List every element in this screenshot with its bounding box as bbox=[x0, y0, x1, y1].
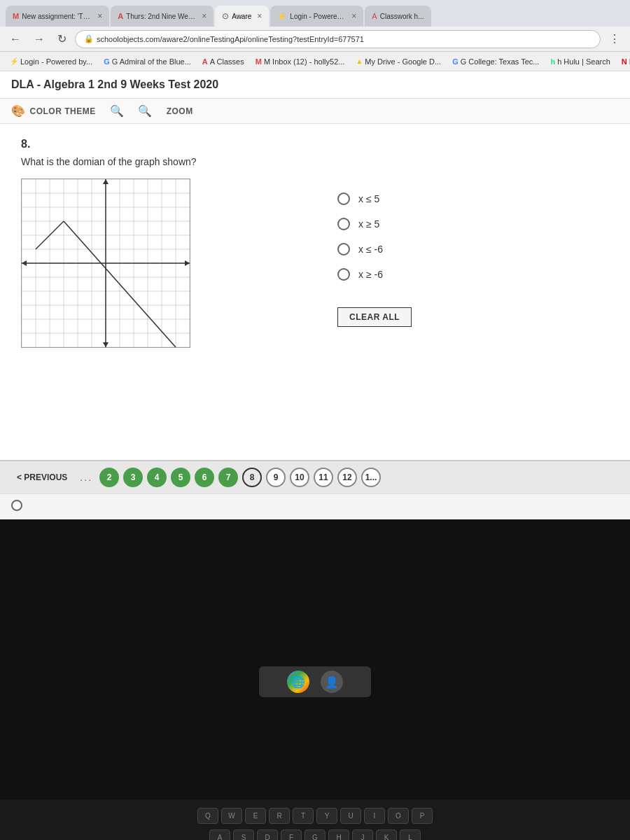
page-btn-next[interactable]: 1... bbox=[361, 468, 381, 487]
choice-a[interactable]: x ≤ 5 bbox=[337, 192, 412, 205]
choice-b[interactable]: x ≥ 5 bbox=[337, 218, 412, 230]
dark-area: 🌐 👤 Q W E R T Y U I O P A S D F G H J K … bbox=[0, 519, 630, 840]
chrome-icon[interactable]: 🌐 bbox=[287, 671, 309, 693]
question-text: What is the domian of the graph shown? bbox=[21, 156, 609, 167]
answer-choices: x ≤ 5 x ≥ 5 x ≤ -6 x ≥ -6 CLEAR ALL bbox=[337, 186, 412, 327]
tab-gmail[interactable]: M New assignment: 'Thurs: 2nd Ni... × bbox=[6, 6, 109, 27]
key-a[interactable]: A bbox=[209, 830, 230, 840]
color-theme-icon: 🎨 bbox=[11, 104, 26, 118]
radio-d[interactable] bbox=[337, 268, 350, 281]
key-g[interactable]: G bbox=[304, 830, 326, 840]
page-btn-9[interactable]: 9 bbox=[266, 468, 286, 487]
radio-a[interactable] bbox=[337, 192, 350, 205]
key-j[interactable]: J bbox=[352, 830, 373, 840]
bookmark-netflix[interactable]: N N Netflix bbox=[617, 56, 630, 67]
user-icon[interactable]: 👤 bbox=[321, 671, 343, 693]
key-r[interactable]: R bbox=[269, 808, 290, 824]
key-o[interactable]: O bbox=[388, 808, 409, 824]
tab-assignment[interactable]: A Thurs: 2nd Nine Weeks Assessm... × bbox=[111, 6, 214, 27]
key-t[interactable]: T bbox=[293, 808, 314, 824]
tab-close-2[interactable]: × bbox=[202, 11, 206, 21]
page-7-label: 7 bbox=[226, 472, 231, 482]
key-y[interactable]: Y bbox=[316, 808, 337, 824]
page-content: DLA - Algebra 1 2nd 9 Weeks Test 2020 🎨 … bbox=[0, 71, 630, 519]
choice-a-label: x ≤ 5 bbox=[358, 193, 379, 204]
toolbar: 🎨 COLOR THEME 🔍 🔍 ZOOM bbox=[0, 99, 630, 124]
page-btn-6[interactable]: 6 bbox=[195, 468, 214, 487]
bottom-radio[interactable] bbox=[11, 500, 22, 511]
choice-c-label: x ≤ -6 bbox=[358, 244, 383, 255]
tab-aware[interactable]: ⊙ Aware × bbox=[215, 6, 269, 27]
zoom-button[interactable]: ZOOM bbox=[167, 106, 193, 116]
zoom-search-1[interactable]: 🔍 bbox=[110, 104, 125, 118]
keyboard-area: Q W E R T Y U I O P A S D F G H J K L Z … bbox=[0, 799, 630, 840]
tab-close-1[interactable]: × bbox=[97, 11, 102, 21]
key-f[interactable]: F bbox=[281, 830, 302, 840]
page-btn-8[interactable]: 8 bbox=[242, 468, 262, 487]
keyboard-row-2: A S D F G H J K L bbox=[0, 827, 630, 840]
page-btn-3[interactable]: 3 bbox=[123, 468, 143, 487]
bookmark-college[interactable]: G G College: Texas Tec... bbox=[448, 56, 543, 67]
bottom-nav: < PREVIOUS ... 2 3 4 5 6 7 8 9 10 1 bbox=[0, 460, 630, 493]
tab-skyward[interactable]: ⚡ Login - Powered by Skyward × bbox=[270, 6, 363, 27]
bookmark-admiral[interactable]: G G Admiral of the Blue... bbox=[99, 56, 195, 67]
page-btn-12[interactable]: 12 bbox=[337, 468, 357, 487]
page-btn-11[interactable]: 11 bbox=[314, 468, 333, 487]
choice-c[interactable]: x ≤ -6 bbox=[337, 243, 412, 255]
radio-b[interactable] bbox=[337, 218, 350, 230]
question-area: 8. What is the domian of the graph shown… bbox=[0, 124, 630, 460]
color-theme-label: COLOR THEME bbox=[30, 106, 96, 116]
page-4-label: 4 bbox=[155, 472, 160, 482]
key-l[interactable]: L bbox=[400, 830, 421, 840]
key-d[interactable]: D bbox=[257, 830, 278, 840]
page-btn-10[interactable]: 10 bbox=[290, 468, 309, 487]
key-i[interactable]: I bbox=[364, 808, 385, 824]
question-body: x ≤ 5 x ≥ 5 x ≤ -6 x ≥ -6 CLEAR ALL bbox=[21, 178, 609, 348]
choice-d[interactable]: x ≥ -6 bbox=[337, 268, 412, 281]
key-w[interactable]: W bbox=[221, 808, 242, 824]
clear-all-button[interactable]: CLEAR ALL bbox=[337, 307, 412, 327]
page-btn-2[interactable]: 2 bbox=[99, 468, 119, 487]
bookmark-skyward[interactable]: ⚡ Login - Powered by... bbox=[6, 56, 97, 67]
tab-classwork[interactable]: A Classwork h... bbox=[365, 6, 430, 27]
previous-button[interactable]: < PREVIOUS bbox=[11, 470, 73, 485]
page-btn-7[interactable]: 7 bbox=[218, 468, 238, 487]
bookmark-inbox[interactable]: M M Inbox (12) - holly52... bbox=[251, 56, 349, 67]
page-next-label: 1... bbox=[365, 472, 377, 482]
graph-canvas bbox=[22, 179, 190, 347]
choice-b-label: x ≥ 5 bbox=[358, 218, 379, 230]
radio-c[interactable] bbox=[337, 243, 350, 255]
key-s[interactable]: S bbox=[233, 830, 254, 840]
bookmark-drive[interactable]: ▲ My Drive - Google D... bbox=[351, 56, 445, 67]
color-theme-button[interactable]: 🎨 COLOR THEME bbox=[11, 104, 96, 118]
page-10-label: 10 bbox=[295, 472, 304, 482]
page-12-label: 12 bbox=[342, 472, 351, 482]
tab-close-3[interactable]: × bbox=[257, 11, 262, 21]
page-btn-4[interactable]: 4 bbox=[147, 468, 167, 487]
key-u[interactable]: U bbox=[340, 808, 361, 824]
reload-button[interactable]: ↻ bbox=[53, 31, 71, 47]
nav-bar: ← → ↻ 🔒 schoolobjects.com/aware2/onlineT… bbox=[0, 27, 630, 52]
back-button[interactable]: ← bbox=[6, 31, 25, 47]
tab-close-4[interactable]: × bbox=[351, 11, 356, 21]
zoom-search-2[interactable]: 🔍 bbox=[138, 104, 153, 118]
graph-container bbox=[21, 178, 190, 348]
key-e[interactable]: E bbox=[245, 808, 266, 824]
taskbar-dock: 🌐 👤 bbox=[259, 666, 371, 697]
forward-button[interactable]: → bbox=[29, 31, 49, 47]
extensions-button[interactable]: ⋮ bbox=[605, 31, 624, 47]
page-8-label: 8 bbox=[250, 472, 255, 482]
key-q[interactable]: Q bbox=[197, 808, 218, 824]
key-p[interactable]: P bbox=[412, 808, 433, 824]
key-h[interactable]: H bbox=[328, 830, 349, 840]
page-title: DLA - Algebra 1 2nd 9 Weeks Test 2020 bbox=[11, 78, 619, 91]
key-k[interactable]: K bbox=[376, 830, 397, 840]
bookmark-classes[interactable]: A A Classes bbox=[198, 56, 248, 67]
bookmark-hulu[interactable]: h h Hulu | Search bbox=[546, 56, 614, 67]
page-btn-5[interactable]: 5 bbox=[171, 468, 190, 487]
nav-dots: ... bbox=[80, 472, 92, 483]
zoom-search-icon-2: 🔍 bbox=[138, 104, 153, 118]
page-9-label: 9 bbox=[274, 472, 279, 482]
address-bar[interactable]: 🔒 schoolobjects.com/aware2/onlineTesting… bbox=[75, 30, 601, 48]
page-header: DLA - Algebra 1 2nd 9 Weeks Test 2020 bbox=[0, 71, 630, 99]
